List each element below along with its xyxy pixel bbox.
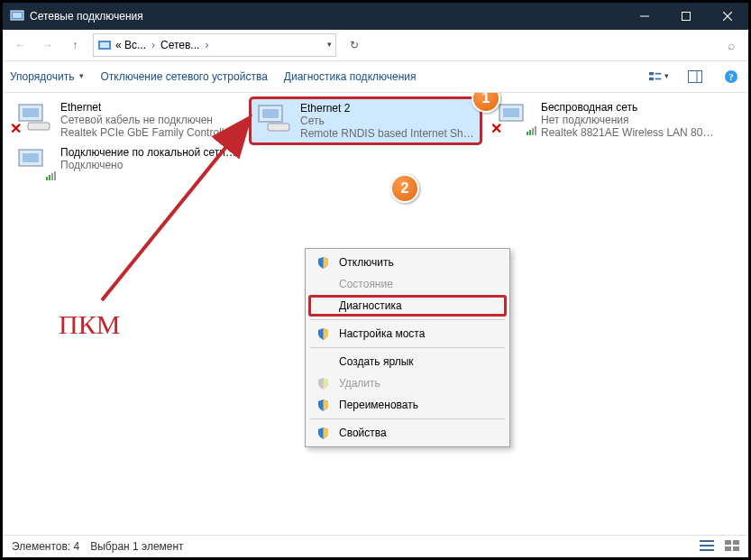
view-details-button[interactable] bbox=[700, 540, 714, 554]
connection-ethernet[interactable]: ✕ Ethernet Сетевой кабель не подключен R… bbox=[12, 98, 242, 142]
chevron-down-icon: ▾ bbox=[79, 71, 84, 80]
svg-rect-22 bbox=[262, 109, 279, 118]
titlebar: Сетевые подключения bbox=[3, 3, 748, 30]
diagnose-button[interactable]: Диагностика подключения bbox=[284, 70, 417, 83]
search-input[interactable]: ⌕ bbox=[369, 33, 743, 57]
svg-rect-8 bbox=[649, 72, 654, 75]
menu-label: Удалить bbox=[339, 377, 380, 390]
svg-rect-10 bbox=[655, 73, 662, 75]
navbar: ← → ↑ « Вс... › Сетев... › ▾ ↻ ⌕ bbox=[3, 30, 748, 61]
menu-separator bbox=[310, 347, 505, 348]
connection-name: Ethernet bbox=[60, 101, 234, 114]
svg-rect-31 bbox=[733, 540, 739, 545]
connection-adapter: Realtek PCIe GbE Family Controller bbox=[60, 126, 234, 139]
connection-wireless[interactable]: ✕ Беспроводная сеть Нет подключения Real… bbox=[492, 98, 722, 142]
menu-diagnose[interactable]: Диагностика bbox=[308, 295, 507, 317]
annotation-pkm: ПКМ bbox=[59, 309, 120, 340]
svg-rect-3 bbox=[682, 13, 691, 21]
menu-label: Свойства bbox=[339, 427, 387, 439]
svg-rect-25 bbox=[503, 108, 519, 117]
svg-rect-32 bbox=[725, 546, 731, 551]
svg-rect-27 bbox=[700, 540, 714, 542]
breadcrumb-root[interactable]: « Вс... bbox=[115, 39, 146, 51]
shield-icon bbox=[316, 398, 330, 412]
svg-rect-20 bbox=[23, 153, 39, 162]
svg-rect-9 bbox=[649, 78, 654, 80]
shield-icon bbox=[316, 426, 330, 440]
annotation-badge-2: 2 bbox=[390, 174, 419, 203]
close-button[interactable] bbox=[707, 3, 748, 30]
minimize-button[interactable] bbox=[624, 3, 665, 30]
menu-disable[interactable]: Отключить bbox=[308, 252, 507, 273]
menu-status: Состояние bbox=[308, 273, 507, 295]
connection-name: Подключение по локальной сети* 2 bbox=[60, 146, 236, 159]
shield-icon bbox=[316, 376, 330, 390]
menu-label: Отключить bbox=[339, 256, 394, 269]
menu-label: Создать ярлык bbox=[339, 355, 414, 368]
signal-bars-icon bbox=[46, 171, 56, 180]
nav-back-button[interactable]: ← bbox=[8, 33, 33, 57]
menu-label: Настройка моста bbox=[339, 327, 425, 340]
shield-icon bbox=[316, 255, 330, 270]
svg-text:?: ? bbox=[728, 71, 734, 82]
svg-rect-29 bbox=[700, 549, 714, 551]
toolbar: Упорядочить ▾ Отключение сетевого устрой… bbox=[3, 61, 748, 93]
svg-rect-17 bbox=[23, 108, 39, 117]
app-icon bbox=[10, 9, 24, 23]
menu-label: Диагностика bbox=[339, 299, 402, 312]
breadcrumb-current[interactable]: Сетев... bbox=[160, 39, 199, 51]
status-count: Элементов: 4 bbox=[12, 540, 79, 553]
svg-rect-33 bbox=[733, 546, 739, 551]
menu-shortcut[interactable]: Создать ярлык bbox=[308, 351, 507, 372]
connection-ethernet2[interactable]: Ethernet 2 Сеть Remote RNDIS based Inter… bbox=[251, 98, 481, 143]
preview-pane-button[interactable] bbox=[685, 67, 705, 87]
svg-rect-28 bbox=[700, 545, 714, 546]
content-area[interactable]: ✕ Ethernet Сетевой кабель не подключен R… bbox=[3, 93, 748, 535]
folder-icon bbox=[97, 38, 112, 52]
nav-forward-button[interactable]: → bbox=[35, 33, 60, 57]
breadcrumb-sep-icon: › bbox=[150, 39, 157, 51]
connection-status: Сеть bbox=[300, 115, 476, 127]
connection-adapter: Realtek 8821AE Wireless LAN 802.... bbox=[541, 126, 717, 139]
statusbar: Элементов: 4 Выбран 1 элемент bbox=[3, 535, 748, 557]
window-title: Сетевые подключения bbox=[30, 10, 624, 23]
connection-adapter: Remote RNDIS based Internet Shari... bbox=[300, 127, 476, 140]
refresh-button[interactable]: ↻ bbox=[342, 34, 367, 56]
view-large-button[interactable] bbox=[725, 540, 739, 554]
help-button[interactable]: ? bbox=[721, 67, 741, 87]
nav-up-button[interactable]: ↑ bbox=[62, 33, 87, 57]
svg-rect-11 bbox=[655, 78, 662, 80]
menu-bridge[interactable]: Настройка моста bbox=[308, 323, 507, 344]
status-selected: Выбран 1 элемент bbox=[90, 540, 183, 553]
view-options-button[interactable]: ▾ bbox=[649, 67, 669, 87]
address-bar[interactable]: « Вс... › Сетев... › ▾ bbox=[93, 33, 336, 57]
connection-status: Подключено bbox=[60, 159, 236, 171]
menu-label: Состояние bbox=[339, 278, 393, 290]
organize-menu[interactable]: Упорядочить ▾ bbox=[10, 70, 84, 83]
menu-rename[interactable]: Переименовать bbox=[308, 394, 507, 416]
address-history-button[interactable]: ▾ bbox=[327, 40, 332, 49]
menu-separator bbox=[310, 319, 505, 320]
maximize-button[interactable] bbox=[665, 3, 707, 30]
disconnected-x-icon: ✕ bbox=[10, 120, 22, 137]
menu-delete: Удалить bbox=[308, 372, 507, 394]
svg-rect-7 bbox=[100, 42, 109, 48]
shield-icon bbox=[316, 326, 330, 341]
connection-status: Сетевой кабель не подключен bbox=[60, 114, 234, 126]
svg-rect-18 bbox=[28, 123, 50, 130]
connection-name: Беспроводная сеть bbox=[541, 101, 717, 114]
chevron-down-icon: ▾ bbox=[664, 71, 669, 80]
annotation-arrow bbox=[75, 111, 264, 318]
connection-name: Ethernet 2 bbox=[300, 102, 476, 115]
signal-bars-icon bbox=[527, 126, 536, 135]
menu-label: Переименовать bbox=[339, 399, 418, 411]
search-icon: ⌕ bbox=[728, 38, 735, 52]
svg-rect-1 bbox=[13, 13, 22, 18]
menu-separator bbox=[310, 418, 505, 419]
disable-device-button[interactable]: Отключение сетевого устройства bbox=[100, 70, 267, 83]
breadcrumb-sep-icon: › bbox=[203, 39, 210, 51]
menu-properties[interactable]: Свойства bbox=[308, 422, 507, 444]
network-adapter-icon bbox=[15, 146, 53, 179]
svg-rect-30 bbox=[725, 540, 731, 545]
connection-local[interactable]: Подключение по локальной сети* 2 Подключ… bbox=[12, 143, 242, 181]
